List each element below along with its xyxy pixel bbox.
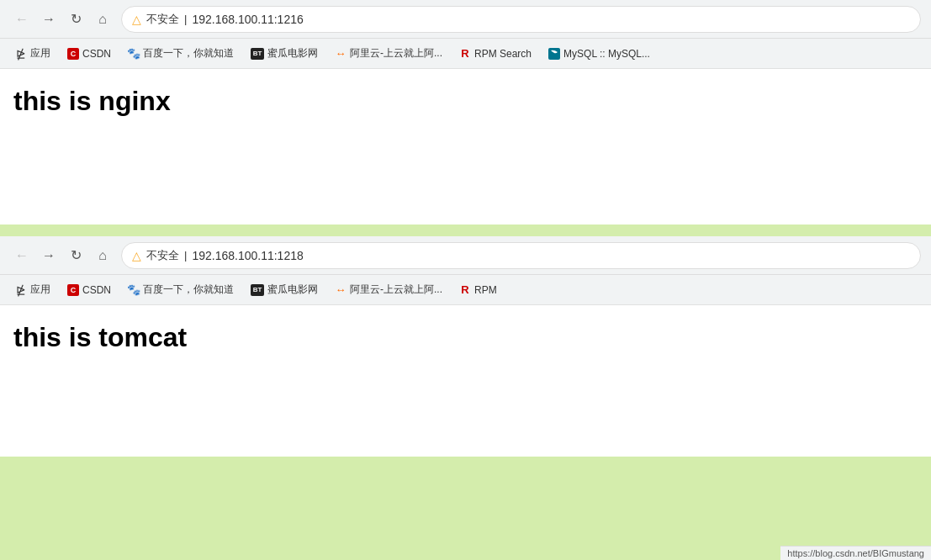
bookmark-csdn-1[interactable]: C CSDN	[61, 45, 118, 62]
bookmark-baidu-label-1: 百度一下，你就知道	[143, 46, 234, 61]
address-text-2: 192.168.100.11:1218	[192, 249, 303, 262]
browser-window-2: ← → ↻ ⌂ △ 不安全 | 192.168.100.11:1218 ⋭ 应用…	[0, 236, 931, 457]
bookmark-aliyun-label-2: 阿里云-上云就上阿...	[350, 283, 442, 297]
browser-window-1: ← → ↻ ⌂ △ 不安全 | 192.168.100.11:1216 ⋭ 应用…	[0, 0, 931, 225]
apps-icon-2: ⋭	[15, 284, 27, 296]
bookmark-rpm-label-2: RPM	[474, 284, 497, 296]
forward-button-2[interactable]: →	[37, 244, 61, 267]
address-separator-2: |	[184, 249, 187, 262]
bookmark-csdn-label-2: CSDN	[82, 284, 111, 296]
address-bar-2[interactable]: △ 不安全 | 192.168.100.11:1218	[121, 242, 921, 269]
page-content-2: this is tomcat	[0, 305, 931, 457]
bookmark-apps-label-1: 应用	[30, 46, 50, 61]
apps-icon-1: ⋭	[15, 48, 27, 60]
security-text-1: 不安全	[146, 12, 179, 27]
csdn-icon-2: C	[67, 284, 79, 296]
status-bar: https://blog.csdn.net/BIGmustang	[780, 546, 931, 560]
security-warning-icon-2: △	[132, 249, 141, 262]
address-bar-1[interactable]: △ 不安全 | 192.168.100.11:1216	[121, 6, 921, 33]
bookmark-rpm-label-1: RPM Search	[474, 48, 532, 60]
aliyun-icon-2: ↔	[335, 284, 346, 296]
forward-button-1[interactable]: →	[37, 8, 61, 31]
home-button-1[interactable]: ⌂	[91, 8, 114, 31]
bt-icon-2: BT	[251, 284, 264, 296]
nav-buttons-1: ← → ↻ ⌂	[10, 8, 114, 31]
page-content-1: this is nginx	[0, 69, 931, 225]
bookmark-baidu-2[interactable]: 🐾 百度一下，你就知道	[121, 280, 241, 299]
bookmark-aliyun-label-1: 阿里云-上云就上阿...	[350, 46, 442, 61]
rpm-icon-2: R	[459, 284, 471, 296]
bookmark-apps-label-2: 应用	[30, 283, 50, 297]
baidu-icon-1: 🐾	[128, 48, 140, 60]
bookmark-mysql-1[interactable]: MySQL :: MySQL...	[542, 45, 657, 62]
bookmark-csdn-label-1: CSDN	[82, 48, 111, 60]
security-warning-icon-1: △	[132, 13, 141, 26]
nav-buttons-2: ← → ↻ ⌂	[10, 244, 114, 267]
bookmark-apps-2[interactable]: ⋭ 应用	[8, 280, 57, 299]
bookmark-apps-1[interactable]: ⋭ 应用	[8, 44, 57, 63]
status-url: https://blog.csdn.net/BIGmustang	[787, 548, 924, 558]
bookmark-aliyun-1[interactable]: ↔ 阿里云-上云就上阿...	[328, 44, 449, 63]
bookmark-mysql-label-1: MySQL :: MySQL...	[563, 48, 650, 60]
bookmark-bt-label-2: 蜜瓜电影网	[267, 283, 318, 297]
bookmark-bt-2[interactable]: BT 蜜瓜电影网	[244, 280, 325, 299]
bookmarks-bar-1: ⋭ 应用 C CSDN 🐾 百度一下，你就知道 BT 蜜瓜电影网 ↔ 阿里云-上…	[0, 39, 931, 69]
address-text-1: 192.168.100.11:1216	[192, 13, 303, 26]
rpm-icon-1: R	[459, 48, 471, 60]
bookmark-aliyun-2[interactable]: ↔ 阿里云-上云就上阿...	[328, 280, 449, 299]
browser-toolbar-1: ← → ↻ ⌂ △ 不安全 | 192.168.100.11:1216	[0, 0, 931, 39]
page-heading-2: this is tomcat	[13, 322, 918, 353]
mysql-icon-1	[548, 48, 560, 60]
bookmark-rpm-2[interactable]: R RPM	[452, 282, 504, 298]
page-heading-1: this is nginx	[13, 86, 918, 117]
bookmark-rpm-1[interactable]: R RPM Search	[452, 45, 538, 62]
baidu-icon-2: 🐾	[128, 284, 140, 296]
refresh-button-1[interactable]: ↻	[64, 8, 87, 31]
back-button-1[interactable]: ←	[10, 8, 34, 31]
bookmark-baidu-label-2: 百度一下，你就知道	[143, 283, 234, 297]
csdn-icon-1: C	[67, 48, 79, 60]
bookmark-bt-1[interactable]: BT 蜜瓜电影网	[244, 44, 325, 63]
bookmark-csdn-2[interactable]: C CSDN	[61, 282, 118, 298]
back-button-2[interactable]: ←	[10, 244, 34, 267]
bookmark-bt-label-1: 蜜瓜电影网	[267, 46, 318, 61]
bookmarks-bar-2: ⋭ 应用 C CSDN 🐾 百度一下，你就知道 BT 蜜瓜电影网 ↔ 阿里云-上…	[0, 275, 931, 305]
aliyun-icon-1: ↔	[335, 48, 346, 60]
bt-icon-1: BT	[251, 48, 264, 60]
address-separator-1: |	[184, 13, 187, 25]
security-text-2: 不安全	[146, 248, 179, 263]
browser-toolbar-2: ← → ↻ ⌂ △ 不安全 | 192.168.100.11:1218	[0, 236, 931, 275]
bookmark-baidu-1[interactable]: 🐾 百度一下，你就知道	[121, 44, 241, 63]
browser-divider	[0, 225, 931, 236]
refresh-button-2[interactable]: ↻	[64, 244, 87, 267]
home-button-2[interactable]: ⌂	[91, 244, 114, 267]
